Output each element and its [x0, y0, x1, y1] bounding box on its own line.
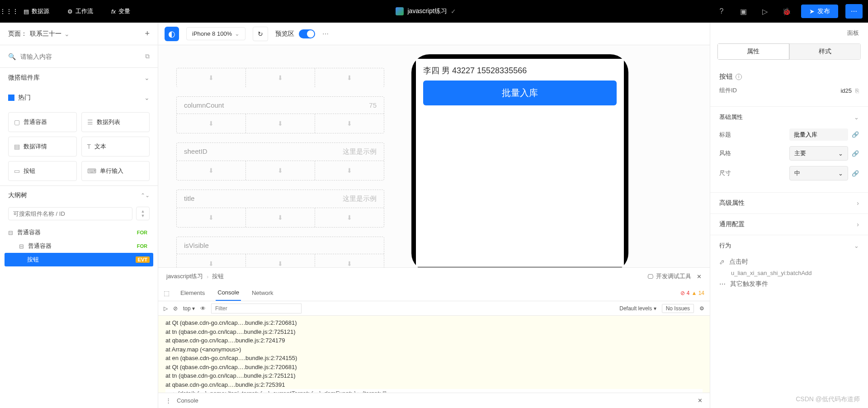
lib-header[interactable]: 微搭组件库⌄ — [0, 68, 158, 88]
help-icon[interactable]: ? — [714, 4, 729, 19]
console-footer: ⋮Console ✕ — [158, 393, 710, 408]
sort-control[interactable]: ▲▼ — [136, 207, 150, 220]
levels-selector[interactable]: Default levels ▾ — [619, 305, 656, 312]
tab-styles[interactable]: 样式 — [789, 43, 861, 60]
tree-item-container[interactable]: ⊟ 普通容器 FOR — [5, 226, 153, 239]
preview-toggle[interactable] — [299, 29, 315, 38]
miniapp-icon[interactable]: ◐ — [165, 27, 179, 41]
clear-icon[interactable]: ⊘ — [173, 305, 178, 312]
close-icon[interactable]: ✕ — [697, 273, 702, 280]
outline-header[interactable]: 大纲树 ⌃⌄ — [0, 191, 158, 204]
title-input[interactable] — [789, 128, 848, 141]
breadcrumb-item[interactable]: javascript练习 — [166, 272, 203, 280]
click-handler[interactable]: u_lian_xi_san_shi_yi:batchAdd — [719, 270, 859, 276]
batch-add-button[interactable]: 批量入库 — [423, 81, 617, 105]
scope-selector[interactable]: top ▾ — [183, 305, 195, 312]
console-filter-input[interactable] — [211, 304, 302, 313]
copy-icon[interactable]: ⎘ — [855, 87, 859, 94]
bug-icon[interactable]: 🐞 — [779, 4, 794, 19]
tree-item-button[interactable]: 按钮 EVT — [5, 253, 153, 266]
datasource-menu[interactable]: ▤数据源 — [16, 7, 57, 15]
other-events[interactable]: ⋯其它触发事件 — [719, 276, 859, 292]
inspect-icon[interactable]: ⬚ — [164, 289, 170, 297]
warn-count[interactable]: ▲ 14 — [691, 290, 704, 296]
search-icon: 🔍 — [8, 53, 16, 60]
close-icon[interactable]: ✕ — [698, 397, 703, 404]
more-button[interactable]: ⋯ — [845, 4, 863, 19]
link-icon[interactable]: 🔗 — [852, 150, 859, 157]
form-field[interactable]: sheetID这里是示例 ⬇⬇⬇ — [176, 142, 384, 180]
device-selector[interactable]: iPhone 8 100%⌄ — [186, 27, 245, 40]
error-count[interactable]: ⊘ 4 — [680, 290, 689, 296]
publish-button[interactable]: ➤发布 — [801, 5, 838, 18]
page-selector[interactable]: 页面：联系三十一 ⌄ — [8, 30, 70, 38]
gear-icon[interactable]: ⚙ — [699, 305, 704, 312]
advanced-props[interactable]: 高级属性› — [710, 193, 868, 214]
console-object[interactable]: ▸ {detail: {…}, name: 'tap', target: {…}… — [165, 389, 703, 393]
form-field[interactable]: columnCount75 ⬇⬇⬇ — [176, 96, 384, 133]
workflow-menu[interactable]: ⚙工作流 — [60, 7, 100, 15]
form-cell[interactable]: ⬇ — [315, 68, 384, 87]
app-name: javascript练习 — [407, 7, 447, 15]
tab-elements[interactable]: Elements — [179, 285, 207, 301]
collapse-icon[interactable]: ⊟ — [19, 243, 24, 250]
widget-button[interactable]: ▭按钮 — [8, 161, 77, 181]
refresh-button[interactable]: ↻ — [253, 27, 268, 41]
drag-icon[interactable]: ⋮ — [165, 397, 171, 404]
variable-menu[interactable]: fx变量 — [104, 7, 137, 15]
widget-input[interactable]: ⌨单行输入 — [81, 161, 150, 181]
hot-header[interactable]: 热门 ⌄ — [0, 88, 158, 108]
monitor-icon: 🖵 — [647, 273, 653, 280]
hot-icon — [8, 95, 14, 101]
tab-console[interactable]: Console — [216, 285, 241, 301]
widget-text[interactable]: T文本 — [81, 137, 150, 157]
widget-list[interactable]: ☰数据列表 — [81, 112, 150, 132]
widget-search-input[interactable] — [20, 53, 141, 60]
breadcrumb-item[interactable]: 按钮 — [212, 272, 224, 280]
search-row: 🔍 ⧉ — [0, 45, 158, 68]
collapse-icon: ⌃⌄ — [141, 192, 150, 199]
eye-icon[interactable]: 👁 — [200, 305, 206, 312]
console-body[interactable]: at Qt (qbase.cdn-go.cn/lcap….bundle.js:2… — [158, 316, 710, 393]
hierarchy-icon[interactable]: ⧉ — [145, 52, 150, 60]
chevron-down-icon[interactable]: ⌄ — [854, 242, 859, 249]
input-icon: ⌨ — [87, 167, 96, 175]
more-icon: ⋯ — [719, 280, 726, 288]
tab-network[interactable]: Network — [250, 285, 275, 301]
panel-label[interactable]: 面板 — [710, 23, 868, 43]
text-icon: T — [87, 143, 91, 150]
form-cell[interactable]: ⬇ — [246, 68, 315, 87]
widget-grid: ▢普通容器 ☰数据列表 ▤数据详情 T文本 ▭按钮 ⌨单行输入 — [0, 108, 158, 185]
container-icon: ▢ — [14, 119, 20, 126]
size-select[interactable]: 中⌄ — [789, 166, 848, 180]
form-field[interactable]: isVisible ⬇⬇⬇ — [176, 237, 384, 267]
widget-container[interactable]: ▢普通容器 — [8, 112, 77, 132]
form-cell[interactable]: ⬇ — [177, 68, 246, 87]
widget-detail[interactable]: ▤数据详情 — [8, 137, 77, 157]
phone-data-text: 李四 男 43227 15528335566 — [423, 65, 617, 76]
style-select[interactable]: 主要⌄ — [789, 146, 848, 161]
devtools-tabs: ⬚ Elements Console Network ⊘ 4 ▲ 14 — [158, 285, 710, 301]
apps-icon[interactable]: ⋮⋮⋮ — [5, 8, 13, 15]
on-click-event[interactable]: ⬀点击时 — [719, 254, 859, 270]
collapse-icon[interactable]: ⊟ — [8, 229, 14, 236]
list-icon: ☰ — [87, 119, 93, 126]
play-icon[interactable]: ▷ — [164, 305, 168, 312]
general-config[interactable]: 通用配置› — [710, 214, 868, 235]
save-icon[interactable]: ▣ — [736, 4, 750, 19]
link-icon[interactable]: 🔗 — [852, 131, 859, 138]
more-icon[interactable]: ⋯ — [322, 30, 329, 38]
issues-button[interactable]: No Issues — [662, 304, 694, 313]
add-page-icon[interactable]: + — [145, 29, 150, 38]
link-icon[interactable]: 🔗 — [852, 170, 859, 177]
form-field[interactable]: title这里是示例 ⬇⬇⬇ — [176, 190, 384, 228]
tab-attributes[interactable]: 属性 — [717, 43, 789, 60]
component-header: 按钮i 组件ID id25⎘ — [710, 66, 868, 107]
chevron-down-icon[interactable]: ⌄ — [854, 114, 859, 121]
info-icon[interactable]: i — [736, 74, 742, 80]
click-icon: ⬀ — [719, 258, 725, 266]
form-column: ⬇⬇⬇ columnCount75 ⬇⬇⬇ sheetID这里是示例 ⬇⬇⬇ t… — [176, 54, 384, 258]
play-icon[interactable]: ▷ — [758, 4, 772, 19]
outline-search-input[interactable] — [8, 207, 132, 220]
tree-item-container[interactable]: ⊟ 普通容器 FOR — [5, 239, 153, 253]
